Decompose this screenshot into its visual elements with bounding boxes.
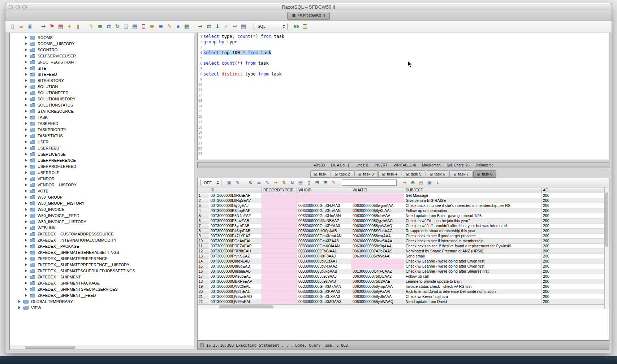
cell-whatid[interactable]: 00630000007blQUAA2	[351, 274, 404, 279]
editor-line[interactable]: 8select distinct type from task	[198, 71, 609, 77]
tree-item-userrole[interactable]: USERROLE	[10, 169, 194, 176]
row-number[interactable]: 4	[198, 208, 209, 213]
new-file-icon[interactable]: ▯	[9, 23, 16, 30]
disclosure-triangle-icon[interactable]	[18, 306, 21, 309]
cell-whatid[interactable]: 00630000005xfWaAAI	[351, 254, 404, 259]
cell-ac[interactable]: 200	[542, 259, 604, 264]
cell-whoid[interactable]: 0033000000JbvQzAAJ	[297, 259, 351, 264]
cell-ac[interactable]: 200	[542, 218, 604, 224]
tree-item-userfeed[interactable]: USERFEED	[10, 145, 194, 151]
cell-id[interactable]: 00T3000000OiyJgEAJ	[209, 203, 262, 208]
tree-item-w50-invoice[interactable]: W50_INVOICE	[10, 206, 194, 212]
row-number[interactable]: 8	[198, 229, 209, 234]
cell-subject[interactable]: Leanne to provide update to Bain	[404, 279, 542, 284]
documentation-icon[interactable]: ▤	[131, 23, 138, 30]
tree-horizontal-scrollbar[interactable]	[10, 345, 194, 350]
execute-all-icon[interactable]: ≡	[96, 23, 104, 30]
tree-item-w50-group-history[interactable]: W50_GROUP__HISTORY	[10, 200, 194, 206]
tree-item-weblink[interactable]: WEBLINK	[10, 225, 194, 231]
disclosure-triangle-icon[interactable]	[25, 233, 27, 235]
cell-recordtypeid[interactable]	[262, 198, 297, 203]
tree-item-zkfedex-shipmentpackage[interactable]: ZKFEDEX__SHIPMENTPACKAGE	[10, 280, 194, 286]
cell-whoid[interactable]: 0033000000Ju9zlAAB	[297, 279, 351, 284]
tree-item-user[interactable]: USER	[10, 139, 194, 145]
row-number[interactable]: 1	[198, 193, 209, 198]
disclosure-triangle-icon[interactable]	[25, 288, 27, 291]
row-number[interactable]: 20	[198, 289, 209, 294]
close-button[interactable]	[9, 5, 13, 9]
tree-item-vendor-history[interactable]: VENDOR__HISTORY	[10, 182, 194, 188]
cell-recordtypeid[interactable]	[262, 259, 297, 264]
cell-recordtypeid[interactable]	[262, 299, 297, 304]
notes-icon[interactable]: ▤	[240, 23, 247, 30]
cell-id[interactable]: 00T3000000P3N4pEAF	[209, 213, 262, 218]
editor-line[interactable]: 15	[198, 109, 609, 114]
disclosure-triangle-icon[interactable]	[25, 165, 27, 168]
cell-id[interactable]: 00T3000000Q8rexEAB	[209, 259, 262, 264]
cell-subject[interactable]: Nominated by Shane Freeman at ANZ (HR50)	[404, 249, 542, 254]
cell-id[interactable]: 00T3000000P3tuvEAB	[209, 218, 262, 224]
cell-recordtypeid[interactable]	[262, 229, 297, 234]
result-tab-task-7[interactable]: ⊠task 7	[449, 170, 473, 178]
tab-close-icon[interactable]: ⊠	[314, 172, 317, 176]
column-header-recordtypeid[interactable]: RECORDTYPEID	[262, 187, 297, 193]
explain-plan-icon[interactable]: ≡	[148, 23, 156, 30]
cell-whoid[interactable]: 0033000000Ju9J9AAJ	[297, 274, 351, 279]
cell-recordtypeid[interactable]	[262, 294, 297, 299]
disclosure-triangle-icon[interactable]	[25, 171, 27, 174]
column-header-whoid[interactable]: WHOID	[297, 187, 351, 193]
result-tab-task-5[interactable]: ⊠task 5	[402, 170, 425, 178]
editor-line[interactable]: 12	[198, 92, 609, 98]
cell-subject[interactable]: Send email	[404, 254, 542, 259]
cell-ac[interactable]: 200	[542, 244, 604, 249]
result-tab-task[interactable]: ⊠task	[310, 170, 331, 178]
disclosure-triangle-icon[interactable]	[25, 91, 27, 94]
cell-subject[interactable]: Check w/ Kevin Tsujihara	[404, 294, 542, 299]
cell-id[interactable]: 00T3000000QBXPeEAP	[209, 279, 262, 284]
tree-item-task[interactable]: TASK	[10, 114, 194, 120]
tree-item-zkfedex-package[interactable]: ZKFEDEX__PACKAGE	[10, 243, 194, 249]
disclosure-triangle-icon[interactable]	[25, 159, 27, 162]
cell-whatid[interactable]: 006300000058yd5AAA	[351, 294, 404, 299]
search-highlight-icon[interactable]: 66	[293, 23, 300, 30]
tree-item-scontrol[interactable]: SCONTROL	[10, 47, 194, 53]
disclosure-triangle-icon[interactable]	[25, 269, 27, 272]
cell-whatid[interactable]: 006300000058yPzAAI	[351, 289, 404, 294]
cell-recordtypeid[interactable]	[262, 203, 297, 208]
rollback-icon[interactable]: ↩	[231, 23, 238, 30]
row-number[interactable]: 11	[198, 244, 209, 249]
column-header-whatid[interactable]: WHATID	[351, 187, 404, 193]
row-number[interactable]: 14	[198, 259, 209, 264]
tree-item-global-temporary[interactable]: GLOBAL TEMPORARY	[10, 298, 194, 304]
cell-recordtypeid[interactable]	[262, 244, 297, 249]
cell-subject[interactable]: Check w/ Leanne - we're going after Owen…	[404, 259, 542, 264]
close-connection-icon[interactable]: ▤	[57, 23, 64, 30]
cell-whoid[interactable]: 0033000000JbukoAAB	[297, 269, 351, 274]
cell-whoid[interactable]: 0033000000GmXM7AAN	[297, 284, 351, 289]
tree-item-zkfedex-internationalcommodity[interactable]: ZKFEDEX__INTERNATIONALCOMMODITY	[10, 237, 194, 243]
disclosure-triangle-icon[interactable]	[25, 282, 27, 285]
row-number[interactable]: 13	[198, 254, 209, 259]
zoom-button[interactable]	[22, 5, 27, 9]
cell-id[interactable]: 00T3000000L0RqSEAV	[209, 198, 262, 203]
disclosure-triangle-icon[interactable]	[25, 36, 27, 39]
cell-whatid[interactable]: 006300000058wgmAAA	[351, 203, 404, 208]
cell-ac[interactable]: 200	[542, 213, 604, 218]
view-results-icon[interactable]: ∞	[256, 179, 262, 186]
scrollbar-thumb[interactable]	[25, 346, 75, 349]
disclosure-triangle-icon[interactable]	[25, 128, 27, 131]
cell-recordtypeid[interactable]	[262, 289, 297, 294]
editor-line[interactable]: 14	[198, 103, 609, 109]
copy-table-icon[interactable]: ⊞	[322, 179, 329, 186]
disconnect-database-icon[interactable]: ⚑	[48, 23, 56, 30]
cell-whoid[interactable]: 0033000000GmXMDAA3	[297, 299, 351, 304]
copy-results-icon[interactable]: ⊞	[314, 179, 320, 186]
result-tab-task-6[interactable]: ⊠task 6	[426, 170, 449, 178]
result-tab-task-2[interactable]: ⊠task 2	[331, 170, 354, 178]
tree-item-vendor[interactable]: VENDOR	[10, 176, 194, 182]
editor-line[interactable]: 11	[198, 87, 609, 93]
statement-list-icon[interactable]: ≣	[301, 23, 308, 30]
cell-whoid[interactable]: 0033000000GmXLXAA3	[297, 294, 351, 299]
edit-sql-icon[interactable]: ✎	[166, 23, 173, 30]
cell-recordtypeid[interactable]	[262, 274, 297, 279]
